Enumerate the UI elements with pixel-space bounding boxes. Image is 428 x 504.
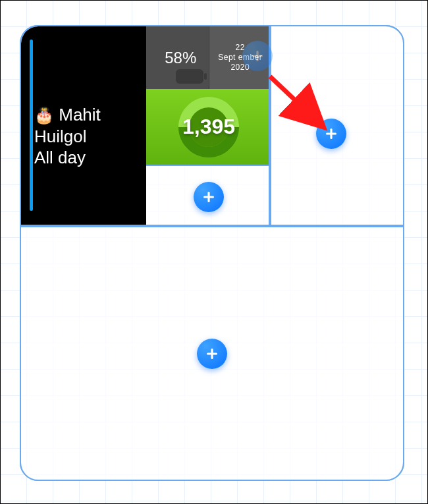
battery-widget[interactable]: 58% [146, 26, 209, 89]
battery-percent: 58% [165, 49, 196, 67]
calendar-subtitle: All day [34, 147, 101, 169]
widget-slot-large: 🎂 Mahit Huilgol All day 58% 22 Sept embe… [20, 25, 270, 226]
plus-icon [201, 190, 216, 204]
add-widget-button-subslot[interactable] [194, 182, 224, 212]
birthday-cake-icon: 🎂 [34, 106, 54, 124]
calendar-widget[interactable]: 🎂 Mahit Huilgol All day [21, 26, 146, 226]
plus-icon [250, 49, 265, 63]
calendar-event-text: 🎂 Mahit Huilgol All day [34, 104, 101, 169]
add-widget-button-bottom[interactable] [197, 339, 227, 369]
calendar-accent-bar [30, 40, 33, 211]
widget-slot-bottom[interactable] [20, 226, 404, 481]
widget-subslot-empty[interactable] [146, 165, 270, 226]
add-widget-button-mini[interactable] [242, 41, 273, 71]
calendar-title-line1: Mahit [59, 105, 101, 125]
plus-icon [324, 126, 338, 141]
calendar-title-line2: Huilgol [34, 126, 101, 148]
add-widget-button-top-right[interactable] [316, 119, 346, 149]
steps-count: 1,395 [182, 115, 235, 139]
activity-steps-widget[interactable]: 1,395 [146, 89, 270, 165]
plus-icon [205, 347, 219, 361]
battery-icon [176, 69, 203, 84]
